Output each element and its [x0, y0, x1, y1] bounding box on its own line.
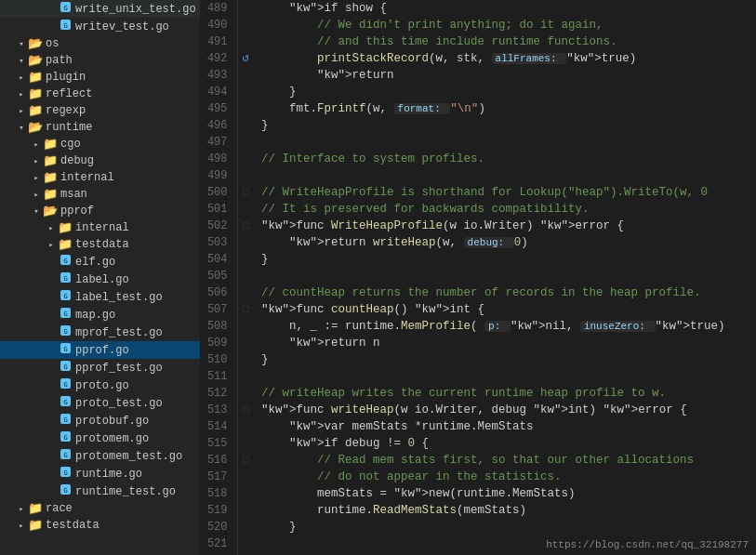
folder-arrow-icon: ▸: [15, 521, 28, 531]
code-scroll[interactable]: 489 "kw">if show {490 // We didn't print…: [200, 0, 756, 555]
sidebar-item-testdata[interactable]: ▸📁testdata: [0, 236, 200, 253]
line-number: 513: [200, 402, 237, 418]
folder-icon: 📂: [28, 120, 43, 135]
tree-item-label: protomem_test.go: [75, 450, 182, 463]
line-marker: □: [237, 301, 254, 318]
line-number: 505: [200, 268, 237, 284]
tree-item-label: race: [46, 502, 73, 515]
line-code-content: }: [254, 351, 756, 368]
sidebar-item-pprof[interactable]: Gpprof.go: [0, 341, 200, 359]
svg-text:G: G: [63, 399, 67, 406]
code-line: 516□ // Read mem stats first, so that ou…: [200, 452, 756, 469]
svg-text:G: G: [63, 416, 67, 424]
sidebar-item-mprof_test[interactable]: Gmprof_test.go: [0, 324, 200, 341]
tree-item-label: os: [46, 37, 59, 50]
code-line: 497: [200, 134, 756, 151]
line-number: 494: [200, 84, 237, 100]
sidebar-item-runtime_test[interactable]: Gruntime_test.go: [0, 482, 200, 500]
line-number: 503: [200, 234, 237, 251]
line-marker: [237, 485, 254, 502]
code-line: 517 // do not appear in the statistics.: [200, 469, 756, 485]
line-code-content: [254, 134, 756, 151]
svg-text:G: G: [63, 328, 67, 336]
folder-icon: 📂: [28, 53, 43, 68]
line-marker: [237, 33, 254, 50]
sidebar-item-internal2[interactable]: ▸📁internal: [0, 219, 200, 236]
code-line: 505: [200, 268, 756, 284]
sidebar-item-runtime[interactable]: ▾📂runtime: [0, 119, 200, 136]
line-marker: [237, 502, 254, 519]
sidebar-item-writev_test[interactable]: Gwritev_test.go: [0, 18, 200, 35]
sidebar-item-pprof_test[interactable]: Gpprof_test.go: [0, 359, 200, 377]
line-number: 496: [200, 117, 237, 134]
sidebar-item-proto[interactable]: Gproto.go: [0, 377, 200, 394]
line-code-content: fmt.Fprintf(w, format: "\n"): [254, 100, 756, 117]
code-line: 498// Interface to system profiles.: [200, 151, 756, 167]
tree-item-label: map.go: [75, 309, 115, 322]
folder-arrow-icon: ▸: [30, 139, 43, 150]
line-marker: [237, 535, 254, 552]
code-line: 491 // and this time include runtime fun…: [200, 33, 756, 50]
line-marker: [237, 201, 254, 218]
code-line: 494 }: [200, 84, 756, 100]
code-line: 502□"kw">func WriteHeapProfile(w io.Writ…: [200, 218, 756, 234]
code-line: 510}: [200, 351, 756, 368]
sidebar-item-proto_test[interactable]: Gproto_test.go: [0, 394, 200, 412]
sidebar-item-runtime[interactable]: Gruntime.go: [0, 465, 200, 482]
tree-item-label: internal: [75, 221, 129, 234]
line-code-content: "kw">func countHeap() "kw">int {: [254, 301, 756, 318]
folder-arrow-icon: ▸: [15, 89, 28, 99]
sidebar-item-testdata2[interactable]: ▸📁testdata: [0, 517, 200, 534]
svg-text:G: G: [63, 311, 67, 318]
sidebar-item-msan[interactable]: ▸📁msan: [0, 186, 200, 203]
code-line: 500□// WriteHeapProfile is shorthand for…: [200, 184, 756, 201]
sidebar-item-plugin[interactable]: ▸📁plugin: [0, 69, 200, 86]
sidebar-item-protomem[interactable]: Gprotomem.go: [0, 429, 200, 447]
tree-item-label: testdata: [75, 238, 129, 251]
line-number: 491: [200, 33, 237, 50]
line-number: 519: [200, 502, 237, 519]
tree-item-label: internal: [60, 171, 114, 184]
sidebar-item-internal[interactable]: ▸📁internal: [0, 169, 200, 186]
tree-item-label: protomem.go: [75, 432, 149, 445]
code-line: 514 "kw">var memStats *runtime.MemStats: [200, 418, 756, 435]
line-marker: [237, 519, 254, 535]
sidebar-item-cgo[interactable]: ▸📁cgo: [0, 136, 200, 152]
sidebar-item-map[interactable]: Gmap.go: [0, 306, 200, 324]
svg-text:G: G: [63, 22, 67, 30]
sidebar-item-reflect[interactable]: ▸📁reflect: [0, 86, 200, 102]
tree-item-label: elf.go: [75, 256, 115, 269]
tree-item-label: proto_test.go: [75, 397, 163, 410]
sidebar-item-elf[interactable]: Gelf.go: [0, 253, 200, 271]
sidebar-item-path[interactable]: ▾📂path: [0, 52, 200, 69]
line-marker: [237, 84, 254, 100]
sidebar-item-label_test[interactable]: Glabel_test.go: [0, 288, 200, 306]
line-number: 492: [200, 50, 237, 67]
sidebar-item-label[interactable]: Glabel.go: [0, 271, 200, 288]
line-code-content: "kw">return writeHeap(w, debug: 0): [254, 234, 756, 251]
line-code-content: // do not appear in the statistics.: [254, 469, 756, 485]
sidebar-item-debug[interactable]: ▸📁debug: [0, 152, 200, 169]
code-line: 520 }: [200, 519, 756, 535]
file-icon: G: [58, 430, 73, 446]
file-icon: G: [58, 448, 73, 464]
tree-item-label: mprof_test.go: [75, 326, 163, 339]
folder-arrow-icon: ▸: [15, 504, 28, 514]
code-line: 489 "kw">if show {: [200, 0, 756, 17]
line-code-content: "kw">var memStats *runtime.MemStats: [254, 418, 756, 435]
sidebar-item-os[interactable]: ▾📂os: [0, 35, 200, 52]
line-number: 499: [200, 167, 237, 184]
line-number: 504: [200, 251, 237, 268]
folder-arrow-icon: ▸: [45, 223, 58, 233]
sidebar-item-pprof[interactable]: ▾📂pprof: [0, 203, 200, 219]
svg-text:G: G: [63, 275, 67, 283]
line-number: 514: [200, 418, 237, 435]
sidebar-item-write_unix_test[interactable]: Gwrite_unix_test.go: [0, 0, 200, 18]
line-number: 509: [200, 335, 237, 351]
sidebar-item-regexp[interactable]: ▸📁regexp: [0, 102, 200, 119]
sidebar-item-protomem_test[interactable]: Gprotomem_test.go: [0, 447, 200, 465]
sidebar-item-protobuf[interactable]: Gprotobuf.go: [0, 412, 200, 429]
sidebar-item-race[interactable]: ▸📁race: [0, 500, 200, 517]
file-tree[interactable]: Gwrite_unix_test.goGwritev_test.go▾📂os▾📂…: [0, 0, 200, 555]
folder-arrow-icon: ▾: [15, 56, 28, 66]
